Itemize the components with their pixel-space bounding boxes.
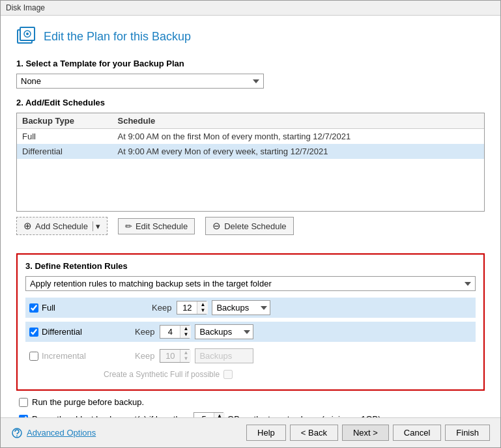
next-button[interactable]: Next > <box>342 425 389 441</box>
footer-left: Advanced Options <box>11 427 96 439</box>
finish-button[interactable]: Finish <box>445 425 490 441</box>
full-spinbox-buttons: ▲ ▼ <box>197 301 208 314</box>
purge-gb-buttons: ▲ ▼ <box>214 413 225 417</box>
help-button[interactable]: Help <box>246 425 286 441</box>
differential-keep-input[interactable] <box>160 326 180 338</box>
synthetic-full-row: Create a Synthetic Full if possible <box>25 370 476 379</box>
full-keep-label: Keep <box>152 303 171 313</box>
full-spinbox-input-row: ▲ ▼ <box>177 301 206 314</box>
purge-before-backup-label: Run the purge before backup. <box>32 397 144 407</box>
back-button[interactable]: < Back <box>290 425 338 441</box>
full-label: Full <box>42 303 55 313</box>
advanced-options-icon <box>11 427 23 439</box>
retention-section: 3. Define Retention Rules Apply retentio… <box>16 253 485 391</box>
pencil-icon: ✏ <box>125 221 132 231</box>
purge-gb-spinbox: ▲ ▼ <box>193 412 223 417</box>
template-section: 1. Select a Template for your Backup Pla… <box>16 59 485 89</box>
purge-oldest-row: Purge the oldest backup set(s) if less t… <box>19 412 482 417</box>
edit-schedule-label: Edit Schedule <box>136 221 188 231</box>
content-area: Edit the Plan for this Backup 1. Select … <box>1 16 500 417</box>
col-schedule: Schedule <box>112 113 484 129</box>
window-title: Disk Image <box>6 3 45 12</box>
purge-before-backup-row: Run the purge before backup. <box>19 397 482 407</box>
extra-options: Run the purge before backup. Purge the o… <box>16 397 485 417</box>
full-retention-row: Full Keep ▲ ▼ Backups <box>25 298 476 318</box>
footer-buttons: Help < Back Next > Cancel Finish <box>246 425 490 441</box>
full-checkbox-label: Full <box>29 303 94 313</box>
row-schedule: At 9:00 AM on the first Mon of every mon… <box>112 129 484 145</box>
incremental-retention-row: Incremental Keep ▲ ▼ Backups <box>25 346 476 366</box>
schedules-table: Backup Type Schedule Full At 9:00 AM on … <box>16 113 485 212</box>
full-keep-down[interactable]: ▼ <box>197 308 208 315</box>
minus-circle-icon: ⊖ <box>212 220 221 232</box>
synthetic-checkbox[interactable] <box>223 370 233 379</box>
incremental-spinbox-input-row: ▲ ▼ <box>160 350 189 362</box>
page-title: Edit the Plan for this Backup <box>44 30 191 44</box>
add-schedule-label: Add Schedule <box>35 221 88 231</box>
schedules-table-body: Full At 9:00 AM on the first Mon of ever… <box>17 129 484 212</box>
full-keep-input[interactable] <box>177 301 197 314</box>
table-row[interactable]: Differential At 9:00 AM every Mon of eve… <box>17 144 484 159</box>
differential-keep-down[interactable]: ▼ <box>180 332 191 339</box>
add-schedule-button[interactable]: ⊕ Add Schedule ▾ <box>16 217 107 235</box>
incremental-checkbox-label: Incremental <box>29 351 94 361</box>
schedules-section: 2. Add/Edit Schedules Backup Type Schedu… <box>16 98 485 244</box>
retention-dropdown-row: Apply retention rules to matching backup… <box>25 276 476 291</box>
incremental-type-dropdown[interactable]: Backups <box>195 348 253 363</box>
template-dropdown[interactable]: None <box>16 74 264 89</box>
full-checkbox[interactable] <box>29 303 38 313</box>
col-backup-type: Backup Type <box>17 113 112 129</box>
title-bar: Disk Image <box>1 1 500 16</box>
main-window: Disk Image Edit the Plan for this Backup… <box>0 0 501 448</box>
differential-spinbox-buttons: ▲ ▼ <box>180 326 191 338</box>
svg-point-5 <box>16 435 18 436</box>
purge-before-backup-checkbox[interactable] <box>19 398 28 407</box>
retention-rule-dropdown[interactable]: Apply retention rules to matching backup… <box>25 276 476 291</box>
differential-checkbox[interactable] <box>29 328 38 337</box>
delete-schedule-button[interactable]: ⊖ Delete Schedule <box>205 217 293 235</box>
row-type: Full <box>17 129 112 145</box>
incremental-keep-input[interactable] <box>160 350 180 362</box>
differential-checkbox-label: Differential <box>29 327 94 337</box>
cancel-button[interactable]: Cancel <box>393 425 441 441</box>
differential-retention-row: Differential Keep ▲ ▼ Backups <box>25 322 476 342</box>
differential-type-dropdown[interactable]: Backups <box>195 324 253 339</box>
schedules-section-title: 2. Add/Edit Schedules <box>16 98 485 107</box>
purge-gb-input[interactable] <box>194 413 214 417</box>
table-row[interactable]: Full At 9:00 AM on the first Mon of ever… <box>17 129 484 145</box>
full-keep-up[interactable]: ▲ <box>197 301 208 308</box>
schedules-table-inner: Backup Type Schedule Full At 9:00 AM on … <box>17 113 484 211</box>
schedule-actions: ⊕ Add Schedule ▾ ✏ Edit Schedule ⊖ Delet… <box>16 217 485 235</box>
incremental-keep-up[interactable]: ▲ <box>180 350 191 356</box>
differential-keep-spinbox: ▲ ▼ <box>160 325 190 339</box>
incremental-label: Incremental <box>42 351 86 361</box>
incremental-keep-label: Keep <box>135 351 154 361</box>
schedules-table-header: Backup Type Schedule <box>17 113 484 129</box>
row-schedule: At 9:00 AM every Mon of every week, star… <box>112 144 484 159</box>
purge-gb-input-row: ▲ ▼ <box>194 413 223 417</box>
footer: Advanced Options Help < Back Next > Canc… <box>1 417 500 447</box>
add-schedule-dropdown-arrow[interactable]: ▾ <box>93 221 100 231</box>
plus-circle-icon: ⊕ <box>23 220 32 232</box>
purge-gb-up[interactable]: ▲ <box>214 413 225 417</box>
differential-keep-up[interactable]: ▲ <box>180 326 191 332</box>
row-type: Differential <box>17 144 112 159</box>
page-header: Edit the Plan for this Backup <box>16 26 485 47</box>
full-keep-spinbox: ▲ ▼ <box>177 301 207 315</box>
edit-schedule-button[interactable]: ✏ Edit Schedule <box>118 218 195 234</box>
incremental-keep-down[interactable]: ▼ <box>180 356 191 363</box>
incremental-keep-spinbox: ▲ ▼ <box>160 349 190 363</box>
template-section-title: 1. Select a Template for your Backup Pla… <box>16 59 485 68</box>
differential-label: Differential <box>42 327 82 337</box>
advanced-options-link[interactable]: Advanced Options <box>27 428 96 438</box>
incremental-checkbox[interactable] <box>29 352 38 361</box>
incremental-spinbox-buttons: ▲ ▼ <box>180 350 191 362</box>
full-type-dropdown[interactable]: Backups <box>212 300 270 315</box>
delete-schedule-label: Delete Schedule <box>224 221 286 231</box>
svg-point-3 <box>26 33 29 35</box>
retention-title: 3. Define Retention Rules <box>25 261 476 271</box>
disk-image-icon <box>16 26 37 47</box>
differential-spinbox-input-row: ▲ ▼ <box>160 326 189 338</box>
synthetic-label: Create a Synthetic Full if possible <box>104 370 220 379</box>
differential-keep-label: Keep <box>135 327 154 337</box>
